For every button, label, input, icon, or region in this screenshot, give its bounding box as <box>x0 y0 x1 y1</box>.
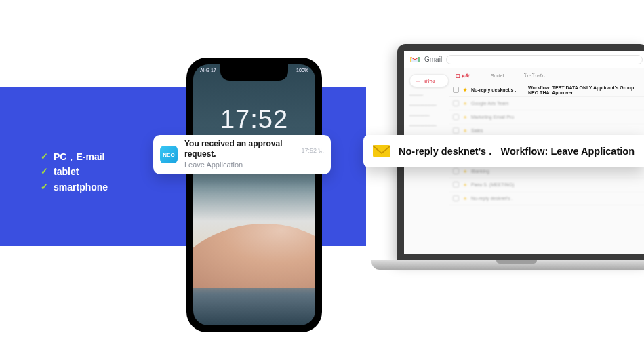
check-icon: ✓ <box>41 150 48 164</box>
sidebar-item[interactable]: ────── <box>409 113 443 118</box>
feature-label: smartphone <box>54 180 108 195</box>
app-icon: NEO <box>160 146 178 163</box>
sidebar-item[interactable]: ──────── <box>409 103 443 108</box>
feature-label: PC，E-mail <box>54 149 104 164</box>
sidebar-item[interactable]: ──── <box>409 93 443 98</box>
list-item: ✓smartphone <box>41 180 108 195</box>
tab-promo[interactable]: โปรโมชัน <box>524 72 545 79</box>
list-item: ✓PC，E-mail <box>41 149 108 164</box>
notification-time: 17:52 น. <box>301 146 324 155</box>
email-preview-card[interactable]: No-reply desknet's . Workflow: Leave App… <box>363 135 644 167</box>
checkbox-icon[interactable] <box>453 87 459 93</box>
smartphone-mockup: AI G 17 100% 17:52 พุธ 02/02 <box>186 58 322 332</box>
feature-label: tablet <box>54 164 79 179</box>
mail-icon <box>373 145 390 157</box>
app-name: Gmail <box>424 56 442 63</box>
status-right: 100% <box>296 68 308 73</box>
tab-social[interactable]: Social <box>491 73 504 78</box>
app-header: Gmail <box>404 51 644 68</box>
notification-title: You received an approval request. <box>184 139 291 159</box>
phone-screen: AI G 17 100% 17:52 พุธ 02/02 <box>193 64 315 325</box>
plus-icon: ＋ <box>414 76 422 86</box>
tab-primary[interactable]: ◫ หลัก <box>456 72 470 79</box>
laptop-base <box>371 260 644 270</box>
table-row[interactable]: ★Panu S. (MEETING) <box>449 178 644 192</box>
notification-subtitle: Leave Application <box>184 161 291 170</box>
row-subject: Workflow: TEST DATA ONLY Applicant's Gro… <box>528 85 644 95</box>
table-row[interactable]: ★Marketing Email Pro <box>449 111 644 124</box>
email-from: No-reply desknet's . <box>399 146 493 157</box>
laptop-hinge <box>496 260 537 264</box>
inbox-tabs: ◫ หลัก Social โปรโมชัน <box>449 68 644 83</box>
row-sender: No-reply desknet's . <box>471 87 524 92</box>
push-notification[interactable]: NEO You received an approval request. Le… <box>153 135 331 174</box>
subject-bold: Leave Application <box>550 146 635 157</box>
laptop-mockup: Gmail ＋ สร้าง ──── ──────── ────── ─────… <box>371 44 644 336</box>
compose-label: สร้าง <box>424 77 435 85</box>
status-left: AI G 17 <box>200 68 216 73</box>
list-item: ✓tablet <box>41 164 108 179</box>
clock-time: 17:52 <box>193 105 315 134</box>
gmail-icon <box>409 54 420 65</box>
sidebar-item[interactable]: ──────── <box>409 123 443 128</box>
compose-button[interactable]: ＋ สร้าง <box>409 74 449 87</box>
table-row[interactable]: ★ No-reply desknet's . Workflow: TEST DA… <box>449 83 644 97</box>
sidebar-nav: ──── ──────── ────── ──────── <box>409 93 443 128</box>
star-icon[interactable]: ★ <box>463 87 467 93</box>
phone-notch <box>220 64 288 81</box>
check-icon: ✓ <box>41 165 48 179</box>
subject-prefix: Workflow: <box>501 146 548 157</box>
check-icon: ✓ <box>41 180 48 195</box>
notification-body: You received an approval request. Leave … <box>184 139 291 170</box>
feature-list: ✓PC，E-mail ✓tablet ✓smartphone <box>41 149 108 195</box>
table-row[interactable]: ★Google Ads Team <box>449 97 644 111</box>
email-subject: Workflow: Leave Application <box>501 146 635 157</box>
search-input[interactable] <box>446 55 643 64</box>
table-row[interactable]: ★No-reply desknet's . <box>449 192 644 205</box>
wallpaper-shape <box>193 224 315 288</box>
